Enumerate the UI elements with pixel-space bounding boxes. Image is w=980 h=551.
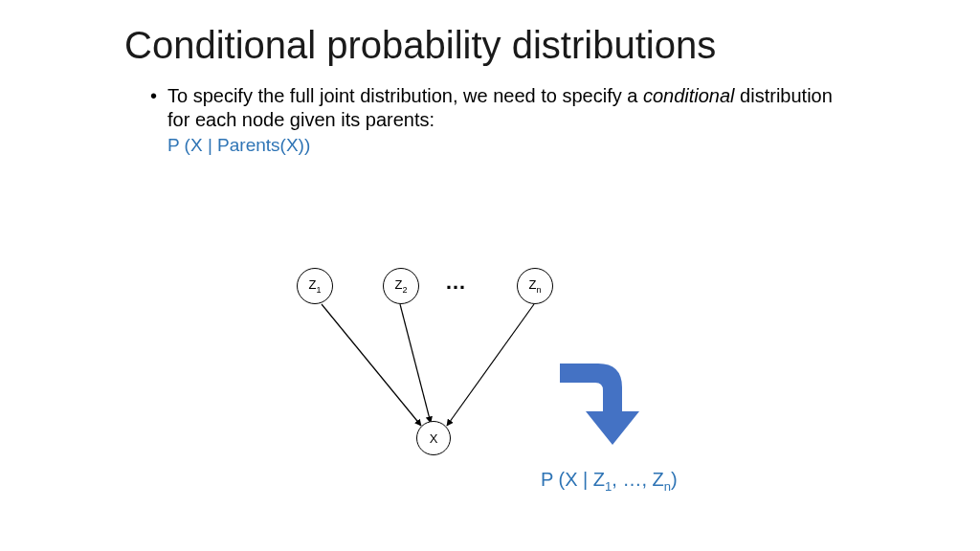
result-pre: P (X | Z [541, 469, 605, 490]
bullet-text: To specify the full joint distribution, … [167, 84, 837, 157]
node-z1: Z1 [297, 268, 333, 304]
svg-line-0 [322, 304, 421, 426]
node-zn-label: Zn [529, 277, 542, 295]
svg-line-2 [447, 304, 534, 426]
result-post: ) [671, 469, 678, 490]
result-sub2: n [664, 479, 671, 494]
slide: Conditional probability distributions To… [0, 0, 980, 551]
result-formula: P (X | Z1, …, Zn) [541, 469, 678, 494]
node-z1-label: Z1 [309, 277, 322, 295]
bullet-italic: conditional [643, 85, 735, 106]
node-x-label: X [430, 431, 438, 446]
diagram-dots: … [445, 270, 469, 295]
node-z2-label: Z2 [395, 277, 408, 295]
bullet-formula: P (X | Parents(X)) [167, 134, 837, 157]
node-x: X [416, 421, 451, 455]
node-zn: Zn [517, 268, 553, 304]
bullet-pre: To specify the full joint distribution, … [167, 85, 643, 106]
implies-arrow-icon [546, 335, 660, 450]
node-z2: Z2 [383, 268, 419, 304]
slide-title: Conditional probability distributions [124, 24, 716, 67]
result-mid: , …, Z [612, 469, 663, 490]
